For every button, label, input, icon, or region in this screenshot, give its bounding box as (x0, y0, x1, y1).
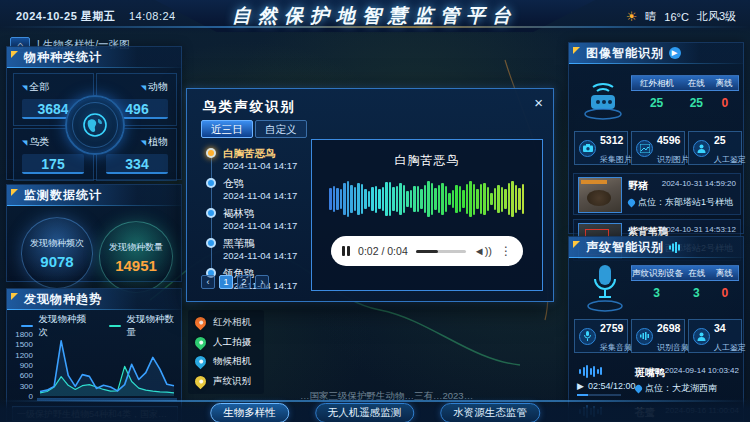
legend-item-label: 物候相机 (213, 355, 251, 368)
bottom-tabs: 生物多样性 无人机遥感监测 水资源生态监管 (210, 403, 540, 422)
pagination-page-2[interactable]: 2 (237, 275, 251, 289)
device-total: 3 (631, 281, 682, 303)
camera-status-table: 红外相机 在线 离线 25 25 0 (631, 75, 739, 113)
stat-value: 25 (714, 134, 726, 146)
stat-value: 2698 (657, 322, 680, 334)
bird-voiceprint-modal: 鸟类声纹识别 × 近三日 自定义 白胸苦恶鸟 2024-11-04 14:17 … (186, 88, 554, 302)
audio-progress-bar[interactable] (577, 394, 621, 396)
player-time: 0:02 / 0:04 (358, 245, 408, 257)
timeline-dot (206, 208, 216, 218)
stat-value: 4596 (657, 134, 680, 146)
legend-swatch-teal (109, 325, 121, 327)
tab-recent-3-days[interactable]: 近三日 (201, 120, 253, 138)
globe-icon (65, 95, 125, 155)
record-name: 黑苇鳽 (223, 237, 255, 251)
detection-location: 点位：东部塔站1号样地 (628, 196, 733, 209)
table-values: 25 25 0 (631, 91, 739, 113)
col-device: 红外相机 (632, 76, 682, 90)
col-device: 声纹识别设备 (632, 266, 683, 280)
record-time: 2024-11-04 14:17 (223, 220, 297, 231)
species-panel-title: 物种种类统计 (7, 47, 181, 67)
microphone-icon (583, 261, 627, 319)
stat-value: 5312 (600, 134, 623, 146)
voiceprint-pin-icon (193, 374, 209, 390)
audio-waveform (312, 174, 542, 224)
play-icon[interactable]: ▶ (669, 47, 681, 59)
sun-icon: ☀ (626, 9, 638, 24)
datetime: 2024-10-25 星期五 14:08:24 (16, 9, 176, 24)
tab-drone-monitoring[interactable]: 无人机遥感监测 (315, 403, 415, 422)
table-header: 红外相机 在线 离线 (631, 75, 739, 91)
audio-card-duck[interactable]: ▶ 02:54/12:00 斑嘴鸭 2024-09-14 10:03:42 点位… (573, 361, 741, 399)
image-ai-panel: 图像智能识别 ▶ 红外相机 在线 离线 25 25 0 (568, 42, 744, 234)
weather-wind: 北风3级 (697, 9, 736, 24)
play-icon[interactable]: ▶ (577, 381, 584, 391)
weather-temperature: 16°C (664, 11, 689, 23)
volume-icon[interactable]: ◄)) (474, 246, 492, 257)
tab-custom[interactable]: 自定义 (255, 120, 307, 138)
device-online: 3 (682, 281, 710, 303)
stat-manual-verified: 34 人工鉴定 (688, 319, 742, 353)
bubble-label: 发现物种数量 (109, 241, 163, 254)
speaker-waves-icon (669, 242, 682, 253)
device-total: 25 (631, 91, 682, 113)
audio-location: 点位：大龙湖西南 (635, 382, 717, 395)
stat-recognized-images: 4596 识别图片 (631, 131, 685, 165)
close-icon[interactable]: × (534, 94, 543, 111)
pagination-prev[interactable]: ‹ (201, 275, 215, 289)
legend-item-label: 声纹识别 (213, 375, 251, 388)
tab-water-resource[interactable]: 水资源生态监管 (440, 403, 540, 422)
waveform-bird-name: 白胸苦恶鸟 (312, 152, 542, 169)
pause-icon[interactable] (342, 246, 350, 256)
person-icon (693, 328, 710, 345)
soundwave-small-icon (636, 328, 653, 345)
stat-label: 采集图片 (600, 155, 632, 164)
map-legend: 红外相机 人工拍摄 物候相机 声纹识别 (188, 310, 264, 394)
audio-name: 斑嘴鸭 (635, 366, 665, 380)
record-name: 白胸苦恶鸟 (223, 147, 276, 161)
stat-label: 采集音频 (600, 343, 632, 352)
col-online: 在线 (682, 76, 710, 90)
bubble-value: 14951 (115, 257, 157, 274)
date-label: 2024-10-25 星期五 (16, 10, 115, 22)
pagination-page-1[interactable]: 1 (219, 275, 233, 289)
stat-collected-images: 5312 采集图片 (574, 131, 628, 165)
legend-item-infrared-camera[interactable]: 红外相机 (195, 316, 257, 329)
monitoring-panel-title: 监测数据统计 (7, 185, 181, 205)
legend-item-voiceprint[interactable]: 声纹识别 (195, 375, 257, 388)
stat-label: 人工鉴定 (714, 155, 746, 164)
detection-card-boar[interactable]: 野猪 2024-10-31 14:59:20 点位：东部塔站1号样地 (573, 173, 741, 215)
modal-title: 鸟类声纹识别 (203, 98, 296, 116)
player-progress-bar[interactable] (416, 250, 466, 253)
legend-item-manual-photo[interactable]: 人工拍摄 (195, 336, 257, 349)
timeline-dot (206, 238, 216, 248)
location-pin-icon (634, 384, 644, 394)
trend-line-chart (37, 329, 177, 399)
device-offline: 0 (711, 91, 739, 113)
stat-collected-audio: 2759 采集音频 (574, 319, 628, 353)
species-label: 动物 (141, 80, 168, 94)
time-label: 14:08:24 (129, 10, 176, 22)
stat-recognized-audio: 2698 识别音频 (631, 319, 685, 353)
table-header: 声纹识别设备 在线 离线 (631, 265, 739, 281)
record-name: 褐林鸮 (223, 207, 255, 221)
bubble-label: 发现物种频次 (30, 237, 84, 250)
phenology-camera-pin-icon (193, 354, 209, 370)
top-bar: 2024-10-25 星期五 14:08:24 自然保护地智慧监管平台 ☀ 晴 … (0, 0, 750, 34)
timeline-dot (206, 178, 216, 188)
location-pin-icon (627, 198, 637, 208)
person-icon (693, 140, 710, 157)
tab-biodiversity[interactable]: 生物多样性 (210, 403, 289, 422)
camera-icon (579, 140, 596, 157)
stat-value: 34 (714, 322, 726, 334)
count-bubble: 发现物种数量 14951 (99, 221, 173, 293)
location-text: 点位：大龙湖西南 (645, 382, 717, 395)
audio-player: 0:02 / 0:04 ◄)) ⋮ (331, 236, 523, 266)
player-menu-icon[interactable]: ⋮ (500, 245, 512, 257)
device-online: 25 (682, 91, 710, 113)
legend-item-phenology-camera[interactable]: 物候相机 (195, 355, 257, 368)
pagination-next[interactable]: › (255, 275, 269, 289)
device-offline: 0 (711, 281, 739, 303)
audio-play-row[interactable]: ▶ 02:54/12:00 (577, 381, 635, 391)
waveform-panel: 白胸苦恶鸟 0:02 / 0:04 ◄)) ⋮ (311, 139, 543, 291)
